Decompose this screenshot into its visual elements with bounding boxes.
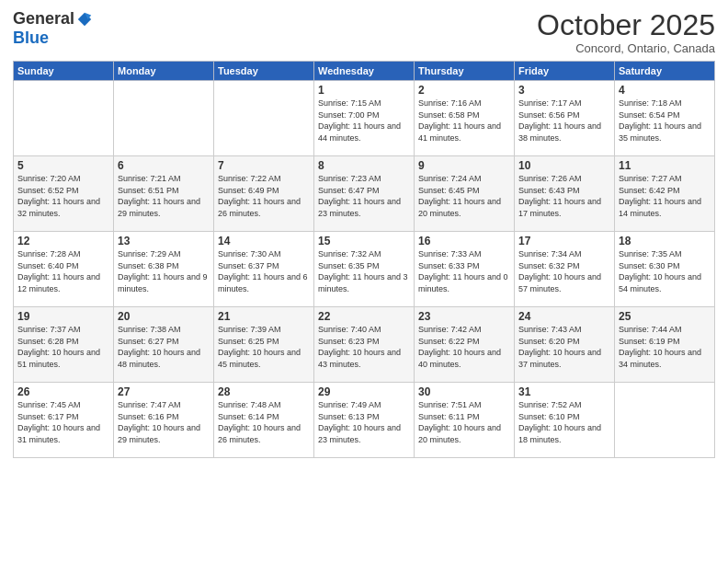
day-info: Sunrise: 7:42 AM Sunset: 6:22 PM Dayligh… [418, 324, 510, 370]
day-cell [114, 81, 214, 156]
day-number: 21 [218, 310, 310, 323]
day-cell: 21Sunrise: 7:39 AM Sunset: 6:25 PM Dayli… [214, 307, 314, 383]
logo: General Blue [13, 9, 93, 48]
day-cell [14, 81, 114, 156]
day-cell: 4Sunrise: 7:18 AM Sunset: 6:54 PM Daylig… [615, 81, 715, 156]
weekday-header-tuesday: Tuesday [214, 62, 314, 81]
day-info: Sunrise: 7:30 AM Sunset: 6:37 PM Dayligh… [218, 248, 310, 294]
day-cell: 23Sunrise: 7:42 AM Sunset: 6:22 PM Dayli… [415, 307, 515, 383]
day-number: 31 [518, 385, 610, 398]
day-info: Sunrise: 7:18 AM Sunset: 6:54 PM Dayligh… [619, 98, 711, 144]
day-info: Sunrise: 7:48 AM Sunset: 6:14 PM Dayligh… [218, 399, 310, 445]
weekday-header-saturday: Saturday [615, 62, 715, 81]
day-info: Sunrise: 7:29 AM Sunset: 6:38 PM Dayligh… [118, 248, 210, 294]
logo-blue: Blue [13, 29, 49, 48]
day-cell: 16Sunrise: 7:33 AM Sunset: 6:33 PM Dayli… [415, 232, 515, 307]
day-cell: 25Sunrise: 7:44 AM Sunset: 6:19 PM Dayli… [615, 307, 715, 383]
day-info: Sunrise: 7:16 AM Sunset: 6:58 PM Dayligh… [418, 98, 510, 144]
day-cell: 13Sunrise: 7:29 AM Sunset: 6:38 PM Dayli… [114, 232, 214, 307]
day-number: 2 [418, 84, 510, 97]
day-info: Sunrise: 7:38 AM Sunset: 6:27 PM Dayligh… [118, 324, 210, 370]
day-info: Sunrise: 7:51 AM Sunset: 6:11 PM Dayligh… [418, 399, 510, 445]
day-info: Sunrise: 7:17 AM Sunset: 6:56 PM Dayligh… [518, 98, 610, 144]
week-row-1: 1Sunrise: 7:15 AM Sunset: 7:00 PM Daylig… [14, 81, 715, 156]
day-cell: 20Sunrise: 7:38 AM Sunset: 6:27 PM Dayli… [114, 307, 214, 383]
day-cell: 6Sunrise: 7:21 AM Sunset: 6:51 PM Daylig… [114, 156, 214, 232]
day-number: 26 [17, 385, 109, 398]
day-cell: 7Sunrise: 7:22 AM Sunset: 6:49 PM Daylig… [214, 156, 314, 232]
page: General Blue October 2025 Concord, Ontar… [0, 0, 728, 563]
weekday-header-monday: Monday [114, 62, 214, 81]
day-info: Sunrise: 7:39 AM Sunset: 6:25 PM Dayligh… [218, 324, 310, 370]
day-info: Sunrise: 7:20 AM Sunset: 6:52 PM Dayligh… [17, 173, 109, 219]
header: General Blue October 2025 Concord, Ontar… [13, 9, 715, 55]
weekday-header-friday: Friday [515, 62, 615, 81]
day-number: 4 [619, 84, 711, 97]
day-info: Sunrise: 7:28 AM Sunset: 6:40 PM Dayligh… [17, 248, 109, 294]
day-cell: 26Sunrise: 7:45 AM Sunset: 6:17 PM Dayli… [14, 383, 114, 458]
day-cell: 1Sunrise: 7:15 AM Sunset: 7:00 PM Daylig… [314, 81, 415, 156]
day-cell: 31Sunrise: 7:52 AM Sunset: 6:10 PM Dayli… [515, 383, 615, 458]
day-info: Sunrise: 7:27 AM Sunset: 6:42 PM Dayligh… [619, 173, 711, 219]
calendar: SundayMondayTuesdayWednesdayThursdayFrid… [13, 61, 715, 458]
day-cell: 22Sunrise: 7:40 AM Sunset: 6:23 PM Dayli… [314, 307, 415, 383]
week-row-2: 5Sunrise: 7:20 AM Sunset: 6:52 PM Daylig… [14, 156, 715, 232]
day-number: 3 [518, 84, 610, 97]
day-cell: 10Sunrise: 7:26 AM Sunset: 6:43 PM Dayli… [515, 156, 615, 232]
day-cell: 17Sunrise: 7:34 AM Sunset: 6:32 PM Dayli… [515, 232, 615, 307]
day-info: Sunrise: 7:24 AM Sunset: 6:45 PM Dayligh… [418, 173, 510, 219]
week-row-4: 19Sunrise: 7:37 AM Sunset: 6:28 PM Dayli… [14, 307, 715, 383]
day-number: 19 [17, 310, 109, 323]
day-cell: 15Sunrise: 7:32 AM Sunset: 6:35 PM Dayli… [314, 232, 415, 307]
day-number: 17 [518, 235, 610, 247]
day-info: Sunrise: 7:21 AM Sunset: 6:51 PM Dayligh… [118, 173, 210, 219]
day-info: Sunrise: 7:35 AM Sunset: 6:30 PM Dayligh… [619, 248, 711, 294]
day-info: Sunrise: 7:49 AM Sunset: 6:13 PM Dayligh… [318, 399, 410, 445]
day-cell [214, 81, 314, 156]
day-info: Sunrise: 7:43 AM Sunset: 6:20 PM Dayligh… [518, 324, 610, 370]
day-info: Sunrise: 7:52 AM Sunset: 6:10 PM Dayligh… [518, 399, 610, 445]
title-block: October 2025 Concord, Ontario, Canada [537, 9, 715, 55]
day-number: 29 [318, 385, 410, 398]
weekday-header-row: SundayMondayTuesdayWednesdayThursdayFrid… [14, 62, 715, 81]
day-cell: 24Sunrise: 7:43 AM Sunset: 6:20 PM Dayli… [515, 307, 615, 383]
week-row-3: 12Sunrise: 7:28 AM Sunset: 6:40 PM Dayli… [14, 232, 715, 307]
day-number: 5 [17, 159, 109, 172]
day-number: 7 [218, 159, 310, 172]
day-cell: 8Sunrise: 7:23 AM Sunset: 6:47 PM Daylig… [314, 156, 415, 232]
day-info: Sunrise: 7:26 AM Sunset: 6:43 PM Dayligh… [518, 173, 610, 219]
day-info: Sunrise: 7:32 AM Sunset: 6:35 PM Dayligh… [318, 248, 410, 294]
month-title: October 2025 [537, 9, 715, 41]
day-number: 27 [118, 385, 210, 398]
day-number: 10 [518, 159, 610, 172]
day-number: 25 [619, 310, 711, 323]
day-cell: 11Sunrise: 7:27 AM Sunset: 6:42 PM Dayli… [615, 156, 715, 232]
day-number: 12 [17, 235, 109, 247]
day-cell: 9Sunrise: 7:24 AM Sunset: 6:45 PM Daylig… [415, 156, 515, 232]
day-cell: 3Sunrise: 7:17 AM Sunset: 6:56 PM Daylig… [515, 81, 615, 156]
day-number: 11 [619, 159, 711, 172]
day-cell [615, 383, 715, 458]
day-number: 15 [318, 235, 410, 247]
day-cell: 2Sunrise: 7:16 AM Sunset: 6:58 PM Daylig… [415, 81, 515, 156]
day-number: 14 [218, 235, 310, 247]
day-cell: 30Sunrise: 7:51 AM Sunset: 6:11 PM Dayli… [415, 383, 515, 458]
weekday-header-wednesday: Wednesday [314, 62, 415, 81]
day-number: 9 [418, 159, 510, 172]
day-cell: 29Sunrise: 7:49 AM Sunset: 6:13 PM Dayli… [314, 383, 415, 458]
day-info: Sunrise: 7:33 AM Sunset: 6:33 PM Dayligh… [418, 248, 510, 294]
day-info: Sunrise: 7:22 AM Sunset: 6:49 PM Dayligh… [218, 173, 310, 219]
day-cell: 18Sunrise: 7:35 AM Sunset: 6:30 PM Dayli… [615, 232, 715, 307]
day-cell: 28Sunrise: 7:48 AM Sunset: 6:14 PM Dayli… [214, 383, 314, 458]
day-info: Sunrise: 7:37 AM Sunset: 6:28 PM Dayligh… [17, 324, 109, 370]
day-number: 28 [218, 385, 310, 398]
logo-general: General [13, 9, 74, 29]
day-number: 6 [118, 159, 210, 172]
day-number: 13 [118, 235, 210, 247]
day-number: 16 [418, 235, 510, 247]
day-number: 22 [318, 310, 410, 323]
day-number: 20 [118, 310, 210, 323]
logo-icon [76, 11, 93, 28]
weekday-header-thursday: Thursday [415, 62, 515, 81]
location: Concord, Ontario, Canada [537, 41, 715, 55]
